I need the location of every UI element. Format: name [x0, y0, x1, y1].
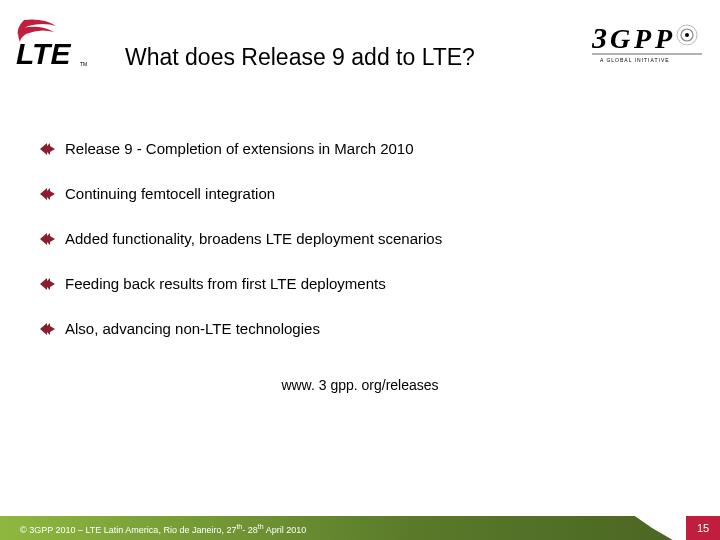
- bullet-arrow-icon: [40, 233, 55, 245]
- lte-logo: LTE TM: [14, 18, 94, 70]
- svg-text:3: 3: [592, 21, 607, 54]
- svg-text:TM: TM: [80, 61, 87, 67]
- list-item: Added functionality, broadens LTE deploy…: [40, 230, 680, 247]
- bullet-arrow-icon: [40, 143, 55, 155]
- releases-link: www. 3 gpp. org/releases: [40, 377, 680, 393]
- list-item-text: Feeding back results from first LTE depl…: [65, 275, 386, 292]
- list-item: Continuing femtocell integration: [40, 185, 680, 202]
- footer-copyright: © 3GPP 2010 – LTE Latin America, Rio de …: [20, 523, 306, 535]
- slide-body: Release 9 - Completion of extensions in …: [0, 90, 720, 393]
- list-item-text: Also, advancing non-LTE technologies: [65, 320, 320, 337]
- slide-footer: © 3GPP 2010 – LTE Latin America, Rio de …: [0, 508, 720, 540]
- bullet-arrow-icon: [40, 188, 55, 200]
- list-item: Release 9 - Completion of extensions in …: [40, 140, 680, 157]
- svg-text:G: G: [610, 23, 630, 54]
- 3gpp-tagline: A GLOBAL INITIATIVE: [600, 57, 670, 63]
- list-item: Also, advancing non-LTE technologies: [40, 320, 680, 337]
- bullet-arrow-icon: [40, 278, 55, 290]
- svg-text:P: P: [654, 23, 673, 54]
- slide-title: What does Release 9 add to LTE?: [125, 44, 475, 71]
- 3gpp-logo: 3 G P P A GLOBAL INITIATIVE: [592, 20, 702, 75]
- svg-text:P: P: [633, 23, 652, 54]
- svg-text:LTE: LTE: [16, 37, 71, 70]
- list-item-text: Release 9 - Completion of extensions in …: [65, 140, 414, 157]
- bullet-arrow-icon: [40, 323, 55, 335]
- list-item: Feeding back results from first LTE depl…: [40, 275, 680, 292]
- slide-header: LTE TM 3 G P P A GLOBAL INITIATIVE What …: [0, 0, 720, 90]
- list-item-text: Continuing femtocell integration: [65, 185, 275, 202]
- svg-point-6: [685, 33, 689, 37]
- page-number: 15: [686, 516, 720, 540]
- list-item-text: Added functionality, broadens LTE deploy…: [65, 230, 442, 247]
